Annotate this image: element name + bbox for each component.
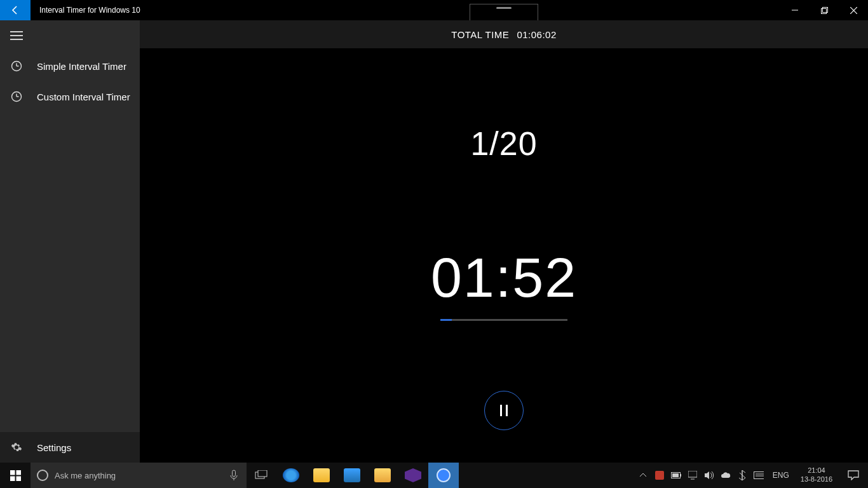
titlebar: Interval Timer for Windows 10 — [0, 0, 868, 20]
tray-bluetooth-icon[interactable] — [737, 470, 747, 480]
close-button[interactable] — [839, 0, 868, 20]
progress-bar — [440, 319, 567, 321]
svg-rect-24 — [672, 473, 679, 477]
maximize-button[interactable] — [810, 0, 839, 20]
language-indicator[interactable]: ENG — [768, 463, 794, 488]
svg-rect-15 — [16, 470, 21, 475]
svg-rect-27 — [754, 472, 764, 479]
taskbar-app-explorer[interactable] — [306, 463, 337, 488]
svg-rect-23 — [681, 474, 681, 477]
svg-rect-14 — [10, 470, 15, 475]
pause-button[interactable] — [484, 391, 524, 430]
task-view-button[interactable] — [247, 463, 276, 488]
tray-battery-icon[interactable] — [671, 470, 681, 480]
cortana-icon — [37, 470, 48, 481]
folder-open-icon — [374, 468, 391, 482]
clock-date: 13-8-2016 — [801, 475, 832, 484]
taskbar-app-interval-timer[interactable] — [428, 463, 459, 488]
countdown-time: 01:52 — [431, 245, 577, 310]
sidebar-item-label: Custom Interval Timer — [37, 92, 130, 102]
svg-rect-25 — [688, 471, 697, 477]
action-center-button[interactable] — [839, 463, 868, 488]
hamburger-icon — [10, 31, 23, 40]
sidebar-item-label: Simple Interval Timer — [37, 61, 126, 72]
system-tray — [634, 463, 768, 488]
app-title: Interval Timer for Windows 10 — [31, 0, 140, 20]
taskbar: Ask me anything ENG 21:04 13-8-2016 — [0, 463, 868, 488]
drag-handle-icon — [496, 7, 512, 9]
taskbar-app-edge[interactable] — [276, 463, 306, 488]
svg-rect-2 — [822, 7, 827, 12]
tray-keyboard-icon[interactable] — [754, 470, 764, 480]
folder-icon — [313, 468, 330, 482]
header-strip: TOTAL TIME 01:06:02 — [140, 20, 868, 48]
taskbar-app-folder-open[interactable] — [367, 463, 398, 488]
tray-app-icon[interactable] — [654, 470, 665, 480]
minimize-button[interactable] — [780, 0, 810, 20]
round-counter: 1/20 — [470, 125, 537, 163]
taskbar-clock[interactable]: 21:04 13-8-2016 — [794, 463, 839, 488]
taskbar-app-store[interactable] — [337, 463, 367, 488]
notifications-icon — [848, 470, 859, 480]
progress-fill — [440, 319, 452, 321]
svg-rect-17 — [16, 476, 21, 481]
clock-icon — [10, 91, 23, 102]
svg-rect-16 — [10, 476, 15, 481]
taskbar-app-visual-studio[interactable] — [398, 463, 428, 488]
pause-icon — [500, 405, 508, 416]
taskbar-app-icons — [276, 463, 459, 488]
gear-icon — [10, 442, 23, 453]
drag-handle[interactable] — [470, 4, 538, 20]
total-time-label: TOTAL TIME — [451, 29, 509, 40]
tray-volume-icon[interactable] — [704, 470, 714, 480]
timer-icon — [437, 468, 451, 482]
edge-icon — [283, 468, 299, 482]
svg-rect-21 — [258, 470, 267, 477]
cortana-search[interactable]: Ask me anything — [31, 463, 221, 488]
sidebar-item-simple-timer[interactable]: Simple Interval Timer — [0, 51, 140, 81]
tray-network-icon[interactable] — [688, 470, 698, 480]
svg-rect-18 — [233, 470, 236, 477]
store-icon — [344, 468, 360, 482]
sidebar-item-custom-timer[interactable]: Custom Interval Timer — [0, 81, 140, 112]
svg-rect-1 — [821, 8, 826, 13]
app-body: Simple Interval Timer Custom Interval Ti… — [0, 20, 868, 463]
task-view-icon — [255, 470, 268, 480]
back-button[interactable] — [0, 0, 31, 20]
visual-studio-icon — [405, 468, 421, 482]
tray-onedrive-icon[interactable] — [721, 470, 731, 480]
mic-button[interactable] — [221, 463, 247, 488]
tray-chevron-up-icon[interactable] — [638, 470, 648, 480]
clock-icon — [10, 60, 23, 72]
windows-icon — [10, 470, 21, 481]
sidebar-item-label: Settings — [37, 442, 71, 453]
mic-icon — [230, 470, 238, 481]
sidebar: Simple Interval Timer Custom Interval Ti… — [0, 20, 140, 463]
sidebar-item-settings[interactable]: Settings — [0, 432, 140, 463]
main-area: TOTAL TIME 01:06:02 1/20 01:52 — [140, 20, 868, 463]
clock-time: 21:04 — [808, 466, 825, 475]
start-button[interactable] — [0, 463, 31, 488]
total-time-value: 01:06:02 — [517, 29, 556, 40]
hamburger-button[interactable] — [0, 20, 140, 51]
search-placeholder: Ask me anything — [55, 471, 116, 480]
